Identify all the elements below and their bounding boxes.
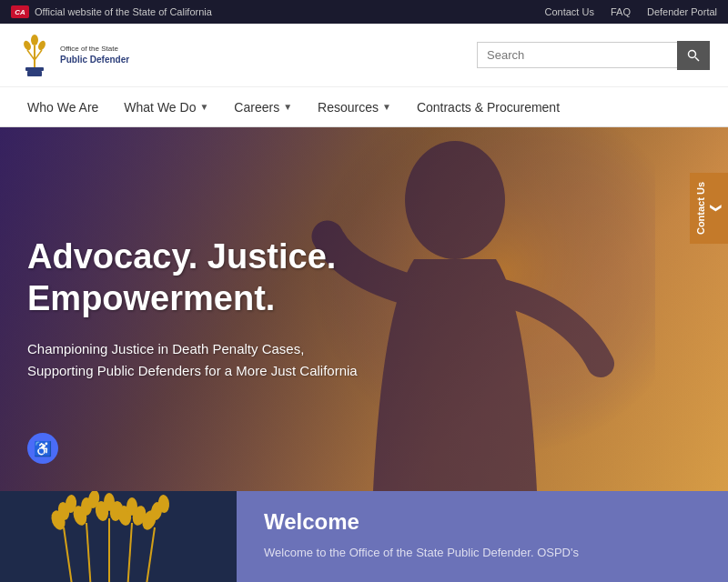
logo-area[interactable]: Office of the State Public Defender [18, 33, 129, 78]
defender-portal-link[interactable]: Defender Portal [647, 6, 717, 17]
svg-point-2 [37, 39, 47, 51]
search-area [477, 41, 710, 70]
faq-link[interactable]: FAQ [611, 6, 631, 17]
resources-chevron: ▼ [382, 102, 391, 112]
svg-point-0 [31, 35, 38, 45]
logo-office-line2: Public Defender [60, 54, 129, 65]
logo-text: Office of the State Public Defender [60, 45, 129, 65]
contact-tab-arrow-icon: ❯ [710, 204, 723, 213]
search-input[interactable] [477, 42, 677, 68]
nav: Who We Are What We Do ▼ Careers ▼ Resour… [0, 87, 728, 127]
contact-us-topbar-link[interactable]: Contact Us [545, 6, 594, 17]
nav-what-we-do[interactable]: What We Do ▼ [111, 87, 221, 127]
accessibility-button[interactable]: ♿ [27, 433, 58, 464]
top-bar: CA Official website of the State of Cali… [0, 0, 728, 24]
wheat-illustration [36, 491, 200, 582]
svg-line-9 [695, 57, 699, 61]
nav-contracts[interactable]: Contracts & Procurement [404, 87, 572, 127]
official-text: Official website of the State of Califor… [35, 6, 212, 17]
svg-line-12 [64, 527, 73, 582]
svg-line-5 [35, 50, 42, 60]
contact-side-tab[interactable]: Contact Us ❯ [690, 173, 728, 244]
what-we-do-chevron: ▼ [199, 102, 208, 112]
hero-content: Advocacy. Justice. Empowerment. Champion… [0, 127, 728, 491]
accessibility-icon: ♿ [34, 440, 52, 457]
nav-careers[interactable]: Careers ▼ [221, 87, 305, 127]
header: Office of the State Public Defender [0, 24, 728, 87]
svg-rect-7 [27, 71, 42, 76]
welcome-title: Welcome [264, 509, 701, 535]
top-bar-right: Contact Us FAQ Defender Portal [545, 6, 717, 17]
welcome-text: Welcome to the Office of the State Publi… [264, 544, 701, 562]
logo-icon [18, 33, 51, 78]
svg-line-4 [27, 50, 35, 60]
svg-rect-6 [25, 67, 44, 71]
logo-svg [18, 33, 51, 78]
svg-point-8 [689, 50, 696, 57]
bottom-section: Welcome Welcome to the Office of the Sta… [0, 491, 728, 582]
hero-subtitle: Championing Justice in Death Penalty Cas… [27, 338, 373, 382]
nav-who-we-are[interactable]: Who We Are [15, 87, 111, 127]
careers-chevron: ▼ [283, 102, 292, 112]
ca-logo: CA [11, 5, 29, 18]
bottom-left-panel [0, 491, 237, 582]
svg-point-1 [23, 39, 33, 51]
svg-line-28 [146, 527, 155, 582]
search-button[interactable] [677, 41, 710, 70]
hero-title: Advocacy. Justice. Empowerment. [27, 236, 701, 319]
contact-tab-label: Contact Us [695, 182, 706, 235]
logo-office-line1: Office of the State [60, 45, 129, 54]
svg-line-16 [86, 523, 91, 582]
hero-section: Advocacy. Justice. Empowerment. Champion… [0, 127, 728, 491]
search-icon [687, 49, 700, 62]
bottom-right-panel: Welcome Welcome to the Office of the Sta… [237, 491, 728, 582]
svg-line-24 [127, 523, 132, 582]
top-bar-left: CA Official website of the State of Cali… [11, 5, 212, 18]
nav-resources[interactable]: Resources ▼ [305, 87, 404, 127]
